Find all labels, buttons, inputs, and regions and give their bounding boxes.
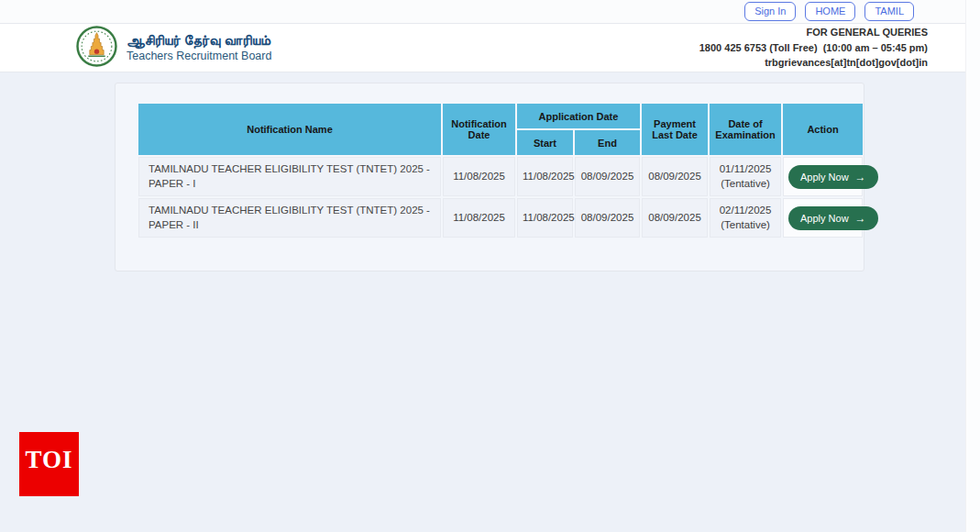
- column-header-notification-name: Notification Name: [138, 104, 441, 155]
- column-header-payment-last-date: Payment Last Date: [642, 104, 708, 155]
- site-header: ஆசிரியர் தேர்வு வாரியம் Teachers Recruit…: [0, 24, 980, 72]
- queries-heading: FOR GENERAL QUERIES: [699, 25, 928, 40]
- general-queries-block: FOR GENERAL QUERIES 1800 425 6753 (Toll …: [699, 25, 928, 71]
- queries-email: trbgrievances[at]tn[dot]gov[dot]in: [699, 55, 928, 71]
- org-title-english: Teachers Recruitment Board: [127, 50, 271, 64]
- date-of-examination: 02/11/2025 (Tentative): [710, 198, 781, 238]
- table-header-row: Notification Name Notification Date Appl…: [138, 104, 863, 128]
- toi-watermark-logo: TOI: [19, 432, 79, 496]
- column-header-application-date: Application Date: [517, 104, 640, 128]
- apply-now-button-paper-2[interactable]: Apply Now →: [788, 206, 878, 230]
- queries-phone: 1800 425 6753 (Toll Free) (10:00 am – 05…: [699, 40, 928, 56]
- apply-now-button-paper-1[interactable]: Apply Now →: [788, 165, 878, 189]
- arrow-right-icon: →: [855, 172, 866, 183]
- brand-titles: ஆசிரியர் தேர்வு வாரியம் Teachers Recruit…: [127, 32, 271, 63]
- application-start-date: 11/08/2025: [517, 198, 573, 238]
- notifications-card: Notification Name Notification Date Appl…: [115, 83, 864, 272]
- topbar: Sign In HOME TAMIL: [0, 0, 980, 24]
- notification-name: TAMILNADU TEACHER ELIGIBILITY TEST (TNTE…: [138, 198, 441, 238]
- org-title-tamil: ஆசிரியர் தேர்வு வாரியம்: [127, 32, 271, 50]
- tamil-language-button[interactable]: TAMIL: [864, 2, 914, 21]
- brand: ஆசிரியர் தேர்வு வாரியம் Teachers Recruit…: [76, 26, 271, 71]
- exam-date: 01/11/2025: [720, 163, 772, 174]
- column-header-end: End: [575, 130, 640, 155]
- arrow-right-icon: →: [855, 213, 866, 224]
- column-header-start: Start: [517, 130, 573, 155]
- table-row-tntet-paper-2: TAMILNADU TEACHER ELIGIBILITY TEST (TNTE…: [138, 198, 863, 238]
- sign-in-button[interactable]: Sign In: [744, 2, 796, 21]
- notifications-table: Notification Name Notification Date Appl…: [137, 102, 864, 239]
- vertical-scrollbar[interactable]: [965, 0, 980, 532]
- notification-date: 11/08/2025: [443, 198, 515, 238]
- exam-tentative-note: (Tentative): [715, 218, 776, 233]
- column-header-date-of-examination: Date of Examination: [710, 104, 781, 155]
- application-start-date: 11/08/2025: [517, 157, 573, 196]
- notification-date: 11/08/2025: [443, 157, 515, 196]
- exam-date: 02/11/2025: [720, 205, 772, 216]
- date-of-examination: 01/11/2025 (Tentative): [710, 157, 781, 196]
- action-cell: Apply Now →: [783, 198, 863, 238]
- payment-last-date: 08/09/2025: [642, 198, 708, 238]
- column-header-action: Action: [783, 104, 863, 155]
- table-row-tntet-paper-1: TAMILNADU TEACHER ELIGIBILITY TEST (TNTE…: [138, 157, 863, 196]
- apply-now-label: Apply Now: [800, 172, 849, 183]
- column-header-notification-date: Notification Date: [443, 104, 515, 155]
- application-end-date: 08/09/2025: [575, 157, 640, 196]
- action-cell: Apply Now →: [783, 157, 863, 196]
- exam-tentative-note: (Tentative): [715, 177, 776, 192]
- home-button[interactable]: HOME: [805, 2, 855, 21]
- tn-government-emblem-icon: [76, 26, 117, 71]
- application-end-date: 08/09/2025: [575, 198, 640, 238]
- payment-last-date: 08/09/2025: [642, 157, 708, 196]
- apply-now-label: Apply Now: [800, 213, 849, 224]
- notification-name: TAMILNADU TEACHER ELIGIBILITY TEST (TNTE…: [138, 157, 441, 196]
